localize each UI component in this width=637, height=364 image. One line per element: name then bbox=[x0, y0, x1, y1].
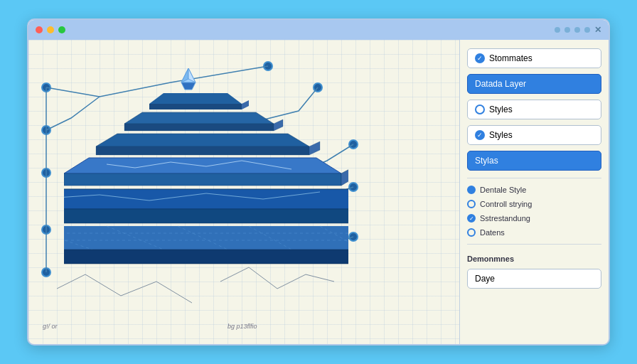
svg-marker-4 bbox=[149, 93, 242, 104]
main-window: ✕ bbox=[27, 18, 610, 346]
win-dot-1 bbox=[555, 27, 560, 33]
network-node bbox=[41, 267, 51, 277]
svg-marker-7 bbox=[124, 112, 274, 124]
svg-marker-37 bbox=[64, 250, 348, 264]
svg-marker-6 bbox=[242, 100, 249, 109]
win-dot-2 bbox=[564, 27, 570, 33]
pyramid-illustration bbox=[64, 47, 348, 324]
svg-marker-10 bbox=[96, 134, 309, 146]
stylas-label: Stylas bbox=[475, 156, 498, 166]
svg-marker-19 bbox=[64, 173, 341, 186]
win-dot-4 bbox=[584, 27, 590, 33]
network-node bbox=[41, 125, 51, 135]
network-node bbox=[348, 139, 358, 149]
svg-marker-9 bbox=[274, 119, 283, 131]
controll-strying-label: Controll strying bbox=[480, 200, 532, 208]
titlebar: ✕ bbox=[28, 20, 609, 40]
bottom-label-left: g!/ or bbox=[43, 323, 58, 330]
radio-empty-icon bbox=[467, 200, 476, 208]
styles-label-2: Styles bbox=[489, 130, 513, 140]
sstrestandung-label: Sstrestandung bbox=[480, 214, 530, 223]
svg-marker-20 bbox=[341, 168, 348, 186]
svg-marker-3 bbox=[181, 82, 196, 90]
network-node bbox=[41, 225, 51, 235]
window-controls-right: ✕ bbox=[555, 25, 601, 35]
svg-marker-29 bbox=[64, 226, 348, 250]
content-area: g!/ or bg p13flfio ✓ Stommates Datada La… bbox=[28, 40, 609, 344]
divider-2 bbox=[467, 244, 601, 245]
radio-filled-icon bbox=[467, 186, 476, 194]
svg-marker-11 bbox=[96, 146, 309, 155]
svg-marker-5 bbox=[149, 104, 242, 109]
check-icon-3: ✓ bbox=[467, 214, 476, 223]
stylas-button[interactable]: Stylas bbox=[467, 151, 601, 171]
right-panel: ✓ Stommates Datada Layer Styles ✓ Styles… bbox=[459, 40, 609, 344]
network-node bbox=[348, 232, 358, 242]
maximize-button[interactable] bbox=[58, 26, 65, 33]
datada-layer-label: Datada Layer bbox=[475, 79, 526, 89]
datens-item: Datens bbox=[467, 228, 601, 237]
svg-marker-21 bbox=[64, 189, 348, 209]
radio-empty-icon-2 bbox=[467, 228, 476, 237]
traffic-lights bbox=[36, 26, 65, 33]
dentale-style-label: Dentale Style bbox=[480, 186, 526, 194]
stommates-button[interactable]: ✓ Stommates bbox=[467, 48, 601, 68]
minimize-button[interactable] bbox=[47, 26, 54, 33]
network-node bbox=[41, 82, 51, 92]
styles-check-button[interactable]: ✓ Styles bbox=[467, 125, 601, 145]
daye-button[interactable]: Daye bbox=[467, 269, 601, 289]
bottom-label-right: bg p13flfio bbox=[228, 323, 257, 330]
svg-marker-8 bbox=[124, 124, 274, 131]
footer-section-title: Demonmnes bbox=[467, 255, 601, 263]
controll-strying-item: Controll strying bbox=[467, 200, 601, 208]
daye-label: Daye bbox=[475, 274, 495, 284]
radio-icon bbox=[475, 105, 485, 114]
datens-label: Datens bbox=[480, 228, 505, 237]
network-node bbox=[348, 182, 358, 192]
styles-label-1: Styles bbox=[489, 105, 513, 114]
styles-radio-button[interactable]: Styles bbox=[467, 100, 601, 119]
svg-marker-27 bbox=[64, 209, 348, 223]
dentale-style-item: Dentale Style bbox=[467, 186, 601, 194]
divider-1 bbox=[467, 178, 601, 178]
network-node bbox=[41, 168, 51, 178]
sstrestandung-item: ✓ Sstrestandung bbox=[467, 214, 601, 223]
check-icon: ✓ bbox=[475, 53, 485, 63]
svg-marker-12 bbox=[309, 141, 320, 155]
close-button[interactable] bbox=[36, 26, 43, 33]
stommates-label: Stommates bbox=[489, 53, 532, 63]
datada-layer-button[interactable]: Datada Layer bbox=[467, 74, 601, 94]
close-icon[interactable]: ✕ bbox=[594, 25, 601, 35]
win-dot-3 bbox=[574, 27, 580, 33]
main-visualization: g!/ or bg p13flfio bbox=[28, 40, 459, 344]
check-icon-2: ✓ bbox=[475, 130, 485, 140]
